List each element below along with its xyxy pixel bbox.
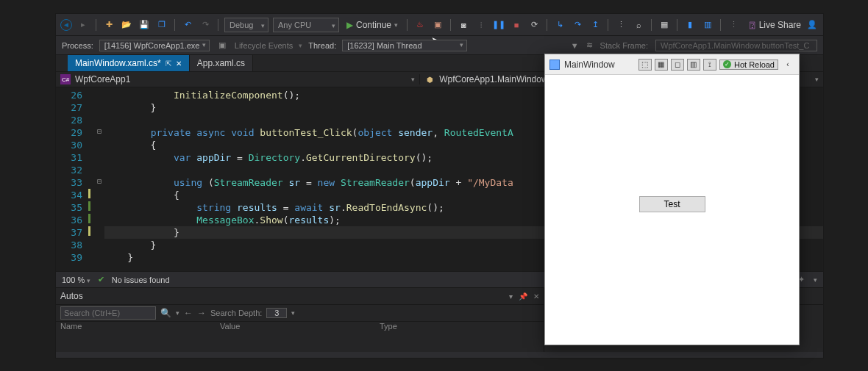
layout-icon[interactable]: ▦ (655, 59, 668, 71)
col-type[interactable]: Type (380, 322, 539, 336)
crumb-project[interactable]: C# WpfCoreApp1 (56, 74, 419, 84)
stop-icon[interactable]: ■ (510, 18, 523, 32)
play-icon: ▶ (346, 20, 353, 30)
tab-label: MainWindow.xaml.cs* (75, 58, 161, 68)
liveshare-icon: ⍰ (750, 20, 755, 30)
pause-sep-icon: ⸽ (474, 18, 488, 32)
col-value[interactable]: Value (220, 322, 380, 336)
solution-config-combo[interactable]: Debug (224, 18, 268, 32)
thread-combo[interactable]: [16232] Main Thread (342, 40, 467, 51)
new-item-icon[interactable]: ✚ (102, 18, 115, 32)
crumb-label: WpfCoreApp1 (75, 74, 130, 84)
issues-label[interactable]: No issues found (112, 275, 170, 284)
open-icon[interactable]: 📂 (120, 18, 133, 32)
save-all-icon[interactable]: ❐ (155, 18, 168, 32)
app-titlebar[interactable]: MainWindow ⬚ ▦ ◻ ▥ ⟟ ✓ Hot Reload ‹ (545, 54, 799, 75)
hot-reload-label: Hot Reload (734, 60, 775, 69)
change-markers (87, 87, 94, 271)
grid-icon[interactable]: ▦ (658, 18, 671, 32)
filter-icon[interactable]: ▼ (571, 41, 579, 50)
tab-mainwindow[interactable]: MainWindow.xaml.cs* ⇱ ✕ (68, 55, 190, 71)
restart-icon[interactable]: ⟳ (527, 18, 541, 32)
dropdown-icon[interactable]: ▾ (509, 292, 513, 300)
pause-icon[interactable]: ❚❚ (492, 18, 505, 32)
pin-icon[interactable]: ⇱ (166, 60, 171, 68)
autos-search-bar: 🔍▾ ← → Search Depth: 3 ▾ (56, 304, 544, 322)
nav-fwd-icon[interactable]: → (197, 308, 206, 318)
test-button[interactable]: Test (639, 196, 705, 212)
stackframe-label: Stack Frame: (600, 41, 648, 50)
autos-columns: Name Value Type (56, 322, 544, 336)
line-numbers: 2627282930313233343536373839 (56, 87, 87, 271)
zoom-combo[interactable]: 100 % (62, 275, 90, 284)
find-icon[interactable]: ⌕ (632, 18, 645, 32)
lifecycle-icon[interactable]: ▣ (216, 39, 229, 52)
scan-icon[interactable]: ⟟ (703, 59, 716, 71)
step-into-icon[interactable]: ↳ (553, 18, 566, 32)
search-icon[interactable]: 🔍 (160, 308, 171, 318)
step-out-icon[interactable]: ↥ (588, 18, 602, 32)
continue-button[interactable]: ▶ Continue ▾ (344, 20, 401, 30)
undo-icon[interactable]: ↶ (181, 18, 194, 32)
breakpoint-window-icon[interactable]: ▣ (431, 18, 444, 32)
step-over-icon[interactable]: ↷ (571, 18, 584, 32)
more-icon[interactable]: ⋮ (727, 18, 740, 32)
continue-label: Continue (356, 20, 391, 30)
main-toolbar: ◄ ▸ ✚ 📂 💾 ❐ ↶ ↷ Debug Any CPU ▶ Continue… (56, 14, 823, 36)
nav-back-icon[interactable]: ← (184, 308, 193, 318)
close-icon[interactable]: ✕ (176, 60, 182, 68)
debug-location-toolbar: Process: [14156] WpfCoreApp1.exe ▣ Lifec… (56, 36, 823, 55)
running-app-window[interactable]: MainWindow ⬚ ▦ ◻ ▥ ⟟ ✓ Hot Reload ‹ Test (544, 54, 800, 345)
app-client-area[interactable]: Test (545, 75, 799, 345)
check-icon: ✓ (723, 60, 731, 68)
autos-title: Autos (60, 291, 83, 301)
view-tree-icon[interactable]: ▥ (687, 59, 700, 71)
crumb-label: WpfCoreApp1.MainWindow (439, 74, 547, 84)
thread-label: Thread: (308, 41, 336, 50)
process-combo[interactable]: [14156] WpfCoreApp1.exe (99, 40, 210, 51)
tab-appxaml[interactable]: App.xaml.cs (190, 55, 253, 71)
fold-gutter[interactable]: ⊟⊟ (94, 87, 104, 271)
collapse-icon[interactable]: ‹ (781, 59, 794, 71)
layout-icon-2[interactable]: ▥ (701, 18, 714, 32)
hot-reload-icon[interactable]: ♨ (413, 18, 427, 32)
nav-back-icon[interactable]: ◄ (60, 19, 72, 31)
csharp-icon: C# (60, 74, 71, 84)
depth-label: Search Depth: (210, 309, 262, 317)
threads-icon[interactable]: ≋ (586, 40, 593, 50)
debug-overlay-toolbar: ⬚ ▦ ◻ ▥ ⟟ ✓ Hot Reload ‹ (638, 59, 794, 71)
autos-panel: Autos ▾ 📌 ✕ 🔍▾ ← → Search Depth: 3 ▾ Nam… (56, 287, 544, 352)
process-label: Process: (62, 41, 93, 50)
tab-label: App.xaml.cs (197, 58, 245, 68)
save-icon[interactable]: 💾 (138, 18, 151, 32)
select-element-icon[interactable]: ⬚ (638, 59, 652, 71)
app-title: MainWindow (564, 60, 615, 70)
lifecycle-label[interactable]: Lifecycle Events (235, 41, 293, 50)
solution-platform-combo[interactable]: Any CPU (273, 18, 339, 32)
app-icon (549, 60, 560, 70)
user-icon[interactable]: 👤 (805, 18, 819, 32)
pin-icon[interactable]: 📌 (519, 292, 527, 300)
track-focus-icon[interactable]: ◻ (671, 59, 684, 71)
toolbox-icon[interactable]: ⋮ (614, 18, 627, 32)
search-input[interactable] (60, 306, 156, 320)
nav-fwd-icon[interactable]: ▸ (77, 18, 90, 32)
layout-icon-1[interactable]: ▮ (683, 18, 697, 32)
col-name[interactable]: Name (60, 322, 220, 336)
ok-icon: ✔ (98, 275, 104, 284)
stackframe-combo[interactable]: WpfCoreApp1.MainWindow.buttonTest_C (655, 40, 817, 51)
liveshare-button[interactable]: Live Share (759, 20, 801, 30)
close-icon[interactable]: ✕ (533, 292, 539, 300)
class-icon: ⬢ (424, 74, 435, 84)
depth-input[interactable]: 3 (266, 308, 287, 318)
hot-reload-badge[interactable]: ✓ Hot Reload (719, 60, 778, 70)
redo-icon[interactable]: ↷ (199, 18, 212, 32)
screenshot-icon[interactable]: ◙ (457, 18, 470, 32)
